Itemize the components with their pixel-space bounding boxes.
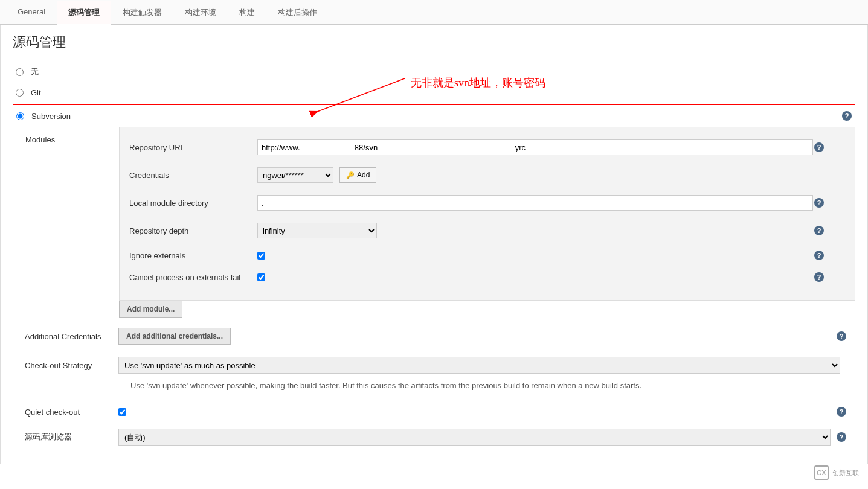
help-icon-additional-cred[interactable]: ? [837,331,846,341]
help-icon-repo-depth[interactable]: ? [814,226,824,235]
label-credentials: Credentials [129,171,257,180]
label-scm-git: Git [31,88,41,97]
radio-scm-none[interactable] [16,68,24,76]
tab-build-env[interactable]: 构建环境 [173,1,228,25]
input-local-dir[interactable] [257,195,813,211]
label-scm-none: 无 [31,66,39,77]
tab-build[interactable]: 构建 [228,1,266,25]
label-additional-credentials: Additional Credentials [13,332,118,341]
help-icon-quiet-checkout[interactable]: ? [837,407,846,417]
tab-scm[interactable]: 源码管理 [57,1,111,25]
key-icon: 🔑 [346,171,355,179]
label-quiet-checkout: Quiet check-out [13,408,118,417]
label-repo-url: Repository URL [129,143,257,152]
label-checkout-strategy: Check-out Strategy [13,361,118,370]
checkout-strategy-description: Use 'svn update' whenever possible, maki… [13,379,855,397]
help-icon-local-dir[interactable]: ? [814,198,824,208]
help-icon-ignore-externals[interactable]: ? [814,251,824,260]
help-icon-subversion[interactable]: ? [842,111,852,121]
tab-general[interactable]: General [6,1,57,25]
label-scm-subversion: Subversion [31,112,71,121]
highlighted-subversion-block: Subversion ? Modules Repository URL ? C [13,104,855,318]
select-repo-browser[interactable]: (自动) [118,429,831,446]
label-ignore-externals: Ignore externals [129,251,257,260]
tab-post-build[interactable]: 构建后操作 [266,1,329,25]
input-repo-url[interactable] [257,139,813,155]
select-credentials[interactable]: ngwei/****** [257,167,333,183]
add-cred-label: Add [357,171,370,179]
add-module-button[interactable]: Add module... [119,301,182,318]
radio-scm-git[interactable] [16,89,24,97]
label-cancel-on-fail: Cancel process on externals fail [129,273,257,282]
config-tabs: General 源码管理 构建触发器 构建环境 构建 构建后操作 [0,0,868,25]
label-repo-depth: Repository depth [129,226,257,235]
modules-section-label: Modules [13,127,119,301]
checkbox-quiet-checkout[interactable] [118,408,126,416]
select-repo-depth[interactable]: infinity [257,223,377,238]
help-icon-repo-browser[interactable]: ? [837,432,846,442]
help-icon-cancel-on-fail[interactable]: ? [814,272,824,282]
radio-scm-subversion[interactable] [16,112,24,120]
annotation-text: 无非就是svn地址，账号密码 [411,75,545,90]
add-additional-credentials-button[interactable]: Add additional credentials... [118,328,231,345]
checkbox-ignore-externals[interactable] [257,252,265,260]
tab-triggers[interactable]: 构建触发器 [111,1,173,25]
select-checkout-strategy[interactable]: Use 'svn update' as much as possible [118,357,840,374]
section-title-scm: 源码管理 [13,33,855,51]
label-local-dir: Local module directory [129,199,257,208]
label-repo-browser: 源码库浏览器 [13,432,118,443]
add-credentials-button[interactable]: 🔑 Add [339,167,376,183]
help-icon-repo-url[interactable]: ? [814,142,824,152]
checkbox-cancel-on-fail[interactable] [257,273,265,281]
